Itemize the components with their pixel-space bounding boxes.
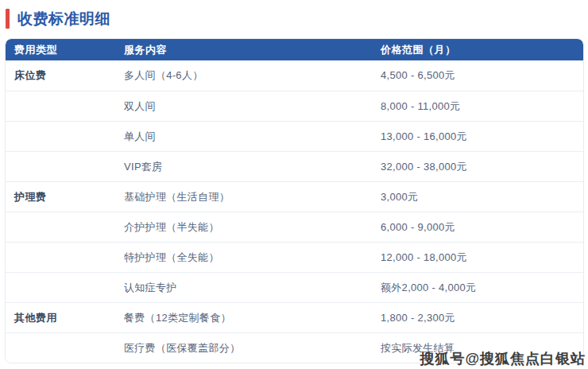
table-row: 其他费用 餐费（12类定制餐食） 1,800 - 2,300元	[6, 302, 583, 332]
table-row: 单人间 13,000 - 16,000元	[6, 121, 583, 151]
cell-service: 认知症专护	[124, 281, 381, 295]
cell-service: 多人间（4-6人）	[124, 68, 381, 83]
sohu-watermark: 搜狐号@搜狐焦点白银站	[420, 349, 586, 368]
cell-service: 基础护理（生活自理）	[124, 190, 381, 204]
fee-table: 费用类型 服务内容 价格范围（月） 床位费 多人间（4-6人） 4,500 - …	[5, 38, 584, 363]
table-row: 介护护理（半失能） 6,000 - 9,000元	[6, 212, 583, 242]
cell-price: 1,800 - 2,300元	[381, 311, 583, 325]
cell-service: 单人间	[124, 130, 381, 144]
cell-fee-type: 护理费	[14, 190, 124, 204]
table-row: 床位费 多人间（4-6人） 4,500 - 6,500元	[6, 60, 583, 91]
cell-price: 3,000元	[381, 190, 583, 204]
cell-service: 双人间	[124, 99, 381, 114]
cell-price: 4,500 - 6,500元	[381, 68, 583, 83]
cell-service: 介护护理（半失能）	[124, 220, 381, 235]
page-title: 收费标准明细	[17, 9, 110, 29]
cell-price: 32,000 - 38,000元	[381, 160, 583, 174]
cell-price: 额外2,000 - 4,000元	[381, 281, 583, 295]
header-cell-price: 价格范围（月）	[381, 43, 583, 57]
cell-fee-type: 其他费用	[14, 311, 124, 325]
header-cell-fee-type: 费用类型	[14, 43, 124, 57]
table-row: 双人间 8,000 - 11,000元	[6, 91, 583, 121]
cell-service: 餐费（12类定制餐食）	[124, 311, 381, 325]
cell-service: VIP套房	[124, 160, 381, 174]
cell-price: 12,000 - 18,000元	[381, 251, 583, 265]
title-bar: 收费标准明细	[0, 0, 588, 32]
table-row: VIP套房 32,000 - 38,000元	[6, 151, 583, 181]
cell-fee-type: 床位费	[14, 68, 124, 83]
cell-service: 医疗费（医保覆盖部分）	[124, 341, 381, 355]
header-cell-service: 服务内容	[124, 43, 381, 57]
table-row: 特护护理（全失能） 12,000 - 18,000元	[6, 242, 583, 272]
table-row: 认知症专护 额外2,000 - 4,000元	[6, 272, 583, 302]
cell-price: 6,000 - 9,000元	[381, 220, 583, 235]
cell-service: 特护护理（全失能）	[124, 251, 381, 265]
cell-price: 13,000 - 16,000元	[381, 130, 583, 144]
table-header-row: 费用类型 服务内容 价格范围（月）	[6, 39, 583, 60]
table-row: 护理费 基础护理（生活自理） 3,000元	[6, 181, 583, 212]
title-accent-bar	[6, 9, 10, 29]
cell-price: 8,000 - 11,000元	[381, 99, 583, 114]
